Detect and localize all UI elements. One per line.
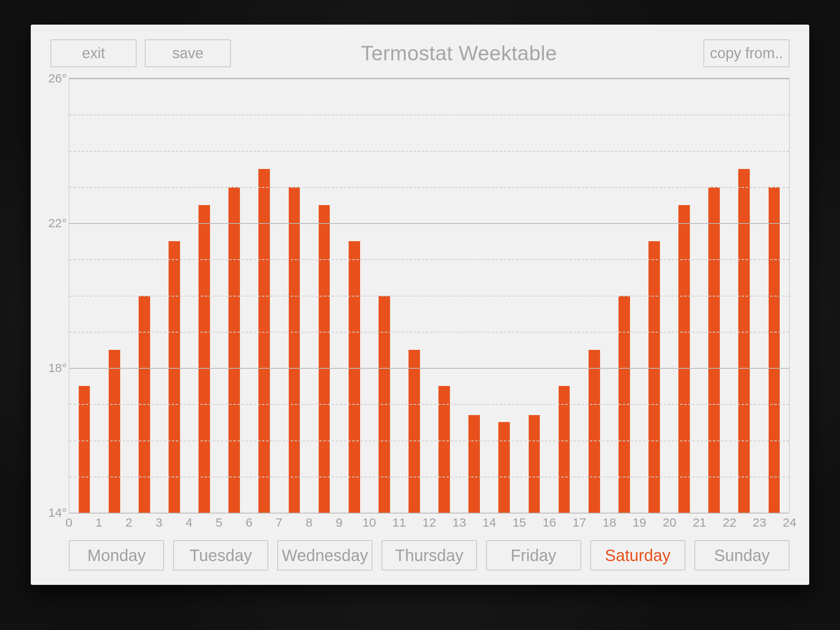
temperature-bar[interactable] (648, 241, 660, 513)
y-tick-label: 14° (48, 506, 67, 520)
y-gridline-minor (69, 187, 789, 188)
day-btn-sunday[interactable]: Sunday (694, 540, 790, 571)
temperature-bar[interactable] (109, 350, 120, 513)
y-tick-label: 18° (48, 361, 67, 375)
x-tick-label: 9 (336, 516, 343, 530)
chart-area: 14°18°22°26° (50, 78, 790, 513)
main-panel: exit save Termostat Weektable copy from.… (31, 25, 809, 585)
temperature-bar[interactable] (319, 205, 330, 513)
chart-plot[interactable]: 14°18°22°26° (69, 78, 790, 513)
y-gridline-major (69, 223, 789, 224)
x-tick-label: 12 (422, 516, 436, 530)
x-tick-label: 8 (306, 516, 313, 530)
temperature-bar[interactable] (559, 386, 570, 513)
x-tick-label: 18 (603, 516, 616, 530)
y-gridline-minor (69, 332, 789, 333)
x-tick-label: 14 (482, 516, 496, 530)
day-btn-wednesday[interactable]: Wednesday (277, 540, 372, 571)
y-gridline-minor (69, 114, 789, 115)
y-gridline-major (69, 78, 789, 79)
temperature-bar[interactable] (769, 187, 780, 513)
day-selector: MondayTuesdayWednesdayThursdayFridaySatu… (69, 540, 790, 571)
x-tick-label: 15 (512, 516, 526, 530)
y-gridline-minor (69, 259, 789, 260)
x-tick-label: 20 (662, 516, 676, 530)
temperature-bar[interactable] (199, 205, 210, 513)
x-tick-label: 6 (246, 516, 253, 530)
temperature-bar[interactable] (438, 386, 450, 513)
x-tick-label: 2 (126, 516, 132, 530)
x-tick-label: 13 (452, 516, 466, 530)
temperature-bar[interactable] (678, 205, 690, 513)
x-tick-label: 7 (276, 516, 283, 530)
x-tick-label: 19 (632, 516, 646, 530)
x-axis: 0123456789101112131415161718192021222324 (69, 513, 790, 533)
day-btn-friday[interactable]: Friday (486, 540, 581, 571)
exit-button[interactable]: exit (50, 39, 137, 67)
temperature-bar[interactable] (589, 350, 600, 513)
x-tick-label: 10 (362, 516, 376, 530)
temperature-bar[interactable] (258, 169, 270, 513)
save-button[interactable]: save (145, 39, 231, 67)
top-bar: exit save Termostat Weektable copy from.… (50, 39, 790, 68)
copy-from-button[interactable]: copy from.. (703, 39, 790, 67)
page-title: Termostat Weektable (223, 41, 695, 65)
x-tick-label: 24 (783, 516, 796, 530)
day-btn-monday[interactable]: Monday (69, 540, 164, 571)
temperature-bar[interactable] (738, 169, 750, 513)
temperature-bar[interactable] (349, 241, 360, 513)
x-tick-label: 0 (66, 516, 73, 530)
temperature-bar[interactable] (289, 187, 300, 513)
y-gridline-major (69, 368, 789, 369)
x-tick-label: 11 (393, 516, 406, 530)
y-tick-label: 22° (48, 216, 67, 230)
temperature-bar[interactable] (468, 415, 480, 513)
y-gridline-minor (69, 477, 789, 477)
day-btn-thursday[interactable]: Thursday (381, 540, 477, 571)
temperature-bar[interactable] (409, 350, 420, 513)
temperature-bar[interactable] (529, 415, 540, 513)
x-tick-label: 5 (216, 516, 223, 530)
y-gridline-minor (69, 296, 789, 297)
x-tick-label: 16 (543, 516, 556, 530)
y-gridline-minor (69, 404, 789, 405)
day-btn-tuesday[interactable]: Tuesday (173, 540, 268, 571)
y-tick-label: 26° (48, 71, 67, 85)
temperature-bar[interactable] (79, 386, 90, 513)
temperature-bar[interactable] (228, 187, 240, 513)
y-gridline-minor (69, 151, 789, 152)
x-tick-label: 1 (96, 516, 103, 530)
x-tick-label: 22 (723, 516, 736, 530)
y-gridline-minor (69, 441, 789, 441)
x-tick-label: 4 (185, 516, 192, 530)
temperature-bar[interactable] (498, 422, 510, 513)
x-tick-label: 3 (155, 516, 162, 530)
chart-wrap: 14°18°22°26° 012345678910111213141516171… (50, 78, 790, 533)
x-tick-label: 17 (573, 516, 586, 530)
temperature-bar[interactable] (169, 241, 180, 513)
x-tick-label: 21 (693, 516, 706, 530)
temperature-bar[interactable] (708, 187, 720, 513)
day-btn-saturday[interactable]: Saturday (590, 540, 685, 571)
x-tick-label: 23 (753, 516, 766, 530)
